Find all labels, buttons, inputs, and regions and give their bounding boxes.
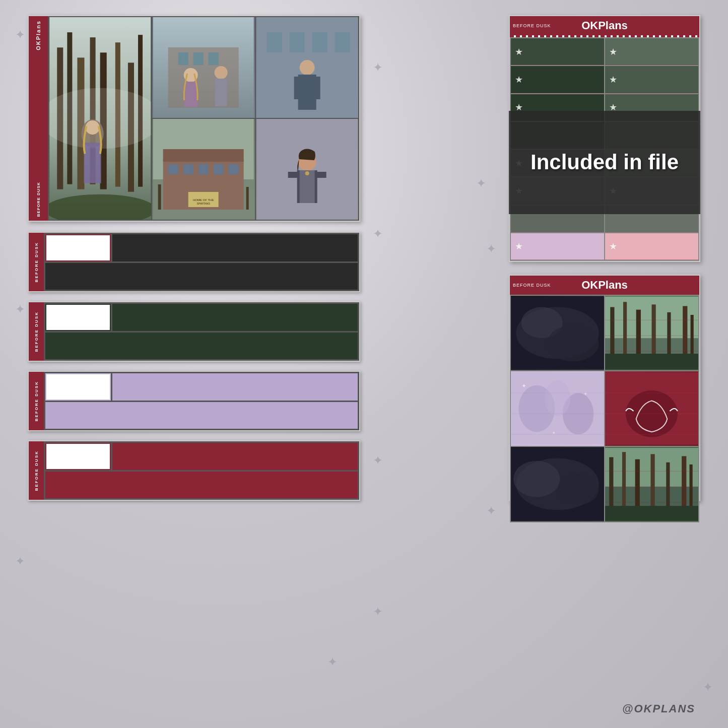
- school-building-panel: HOME OF THE SPARTANS: [152, 119, 254, 220]
- svg-point-58: [547, 325, 599, 362]
- svg-rect-67: [691, 315, 694, 359]
- school-building-illustration: HOME OF THE SPARTANS: [152, 119, 254, 220]
- strip-darkred-row-2: [45, 472, 358, 499]
- girl-char-panel: [256, 119, 358, 220]
- forest-illustration: [49, 17, 151, 220]
- sticker-cell-1-1: [511, 38, 604, 65]
- bg-star-7: ✦: [373, 605, 383, 619]
- sheet-1-brand: OKPlans: [581, 19, 628, 32]
- bg-star-10: ✦: [486, 242, 496, 256]
- series-label-main: BEFORE DUSK: [36, 182, 41, 217]
- strip-green-row-2: [45, 333, 358, 360]
- strip-dark-box-full: [45, 263, 358, 290]
- scene-cell-dark-red: [605, 371, 698, 446]
- strip-green-content: [44, 302, 359, 361]
- sheet-2-series: BEFORE DUSK: [513, 283, 551, 288]
- svg-point-90: [558, 474, 599, 505]
- svg-rect-94: [622, 452, 626, 510]
- strip-green: BEFORE DUSK: [28, 301, 360, 362]
- strip-darkred-box-small: [45, 443, 111, 470]
- illustration-panels: HOME OF THE SPARTANS: [48, 16, 359, 221]
- svg-text:✦: ✦: [521, 382, 526, 389]
- svg-rect-95: [635, 459, 640, 510]
- strip-dark: BEFORE DUSK: [28, 232, 360, 292]
- scene-cell-lavender: ✦ ✦ ✦: [511, 371, 604, 446]
- svg-rect-26: [289, 32, 304, 52]
- girl-char-illustration: [256, 119, 358, 220]
- bg-star-6: ✦: [15, 554, 25, 568]
- strip-lavender-box-large: [112, 373, 358, 401]
- svg-rect-12: [84, 143, 101, 183]
- svg-rect-18: [209, 52, 219, 65]
- sheet-2-header: BEFORE DUSK OKPlans: [510, 276, 699, 295]
- svg-rect-93: [609, 457, 613, 510]
- svg-rect-63: [636, 310, 641, 359]
- scene-cell-dark-smoke: [511, 296, 604, 370]
- strip-lavender: BEFORE DUSK: [28, 371, 360, 431]
- bg-star-2: ✦: [373, 60, 383, 75]
- strip-green-box-small: [45, 304, 111, 331]
- dark-red-figure-svg: [605, 371, 698, 446]
- svg-rect-40: [214, 164, 224, 174]
- svg-point-9: [49, 194, 151, 220]
- strip-dark-row-1: [45, 234, 358, 261]
- svg-rect-32: [314, 77, 320, 99]
- bg-star-12: ✦: [327, 655, 338, 669]
- school-chars-panel: [152, 17, 254, 118]
- svg-text:✦: ✦: [583, 391, 587, 396]
- dark-smoke-2-svg: [511, 447, 604, 521]
- scene-cell-forest-trees-2: [605, 447, 698, 521]
- sheet-1-series: BEFORE DUSK: [513, 23, 551, 28]
- bg-star-4: ✦: [15, 302, 25, 316]
- tall-char-panel: [256, 17, 358, 118]
- school-chars-illustration: [152, 17, 254, 118]
- strip-lavender-sidebar: BEFORE DUSK: [29, 372, 44, 430]
- svg-point-21: [215, 66, 228, 79]
- sticker-cell-8-2: [605, 233, 698, 260]
- svg-text:HOME OF THE: HOME OF THE: [193, 198, 214, 202]
- svg-rect-64: [652, 304, 656, 359]
- svg-rect-37: [168, 164, 178, 174]
- sticker-cell-8-1: [511, 233, 604, 260]
- svg-text:✦: ✦: [552, 431, 556, 435]
- strip-dark-box-small: [45, 234, 111, 261]
- bg-star-3: ✦: [373, 227, 383, 241]
- sticker-cell-2-1: [511, 66, 604, 93]
- sticker-sheet-2: BEFORE DUSK OKPlans: [509, 275, 700, 501]
- strip-lavender-label: BEFORE DUSK: [34, 381, 39, 421]
- svg-rect-30: [298, 75, 316, 110]
- main-illustration-kit: OKPlans BEFORE DUSK: [28, 15, 360, 222]
- svg-point-89: [513, 460, 560, 497]
- svg-rect-38: [183, 164, 193, 174]
- strip-green-box-large: [112, 304, 358, 331]
- svg-point-52: [305, 171, 309, 175]
- scene-cell-forest-trees: [605, 296, 698, 370]
- svg-rect-66: [683, 306, 687, 358]
- strip-lavender-content: [44, 372, 359, 430]
- strip-darkred-row-1: [45, 443, 358, 470]
- svg-rect-46: [246, 187, 249, 210]
- main-kit-sidebar: OKPlans BEFORE DUSK: [29, 16, 48, 221]
- svg-point-13: [86, 120, 100, 135]
- svg-text:SPARTANS: SPARTANS: [197, 202, 211, 205]
- svg-rect-98: [682, 456, 686, 509]
- svg-rect-27: [312, 32, 327, 52]
- watermark: @OKPLANS: [622, 702, 695, 715]
- svg-point-75: [545, 380, 570, 416]
- svg-rect-39: [198, 164, 209, 174]
- sticker-cell-2-2: [605, 66, 698, 93]
- svg-rect-68: [605, 354, 698, 369]
- strip-green-sidebar: BEFORE DUSK: [29, 302, 44, 361]
- svg-rect-17: [193, 52, 204, 65]
- svg-rect-25: [267, 32, 282, 52]
- strip-darkred-box-large: [112, 443, 358, 470]
- svg-rect-45: [158, 184, 161, 210]
- strip-darkred-label: BEFORE DUSK: [34, 450, 39, 491]
- strip-darkred-sidebar: BEFORE DUSK: [29, 441, 44, 500]
- svg-rect-20: [184, 82, 197, 107]
- strip-dark-row-2: [45, 263, 358, 290]
- strip-lavender-box-small: [45, 373, 111, 401]
- bg-star-8: ✦: [703, 680, 713, 694]
- strip-lavender-row-2: [45, 402, 358, 429]
- dark-smoke-svg: [511, 296, 604, 370]
